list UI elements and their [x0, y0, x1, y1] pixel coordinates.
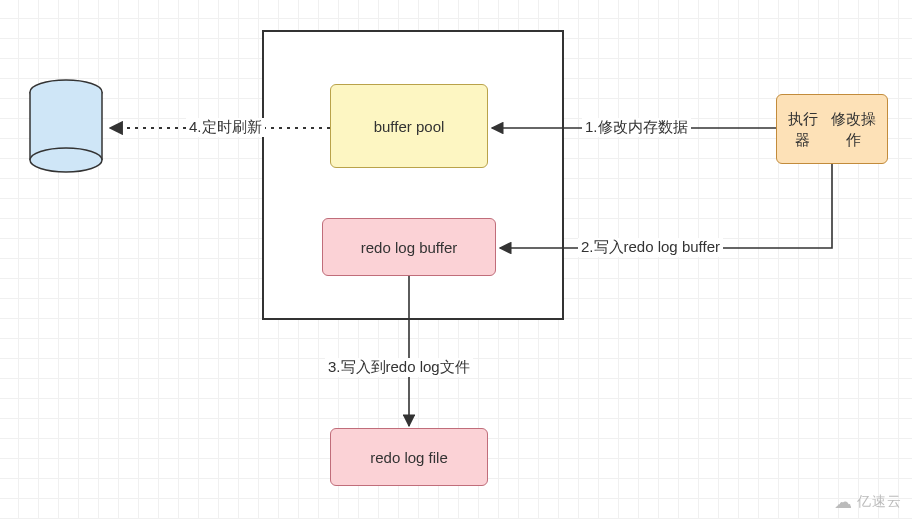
redo-log-buffer-box: redo log buffer — [322, 218, 496, 276]
edge-2-label: 2.写入redo log buffer — [578, 238, 723, 257]
edge-3-label: 3.写入到redo log文件 — [325, 358, 473, 377]
svg-point-4 — [30, 148, 102, 172]
cloud-icon: ☁ — [834, 491, 853, 513]
edge-1-label: 1.修改内存数据 — [582, 118, 691, 137]
watermark-text: 亿速云 — [857, 493, 902, 511]
buffer-pool-box: buffer pool — [330, 84, 488, 168]
executor-box: 执行器 修改操作 — [776, 94, 888, 164]
watermark: ☁ 亿速云 — [834, 491, 902, 513]
executor-line2: 修改操作 — [825, 108, 883, 150]
executor-line1: 执行器 — [781, 108, 825, 150]
redo-log-file-label: redo log file — [370, 447, 448, 468]
edge-4-label: 4.定时刷新 — [186, 118, 265, 137]
diagram-canvas: buffer pool redo log buffer redo log fil… — [0, 0, 912, 519]
redo-log-file-box: redo log file — [330, 428, 488, 486]
engine-container — [262, 30, 564, 320]
redo-log-buffer-label: redo log buffer — [361, 237, 457, 258]
database-icon — [26, 78, 106, 178]
buffer-pool-label: buffer pool — [374, 116, 445, 137]
